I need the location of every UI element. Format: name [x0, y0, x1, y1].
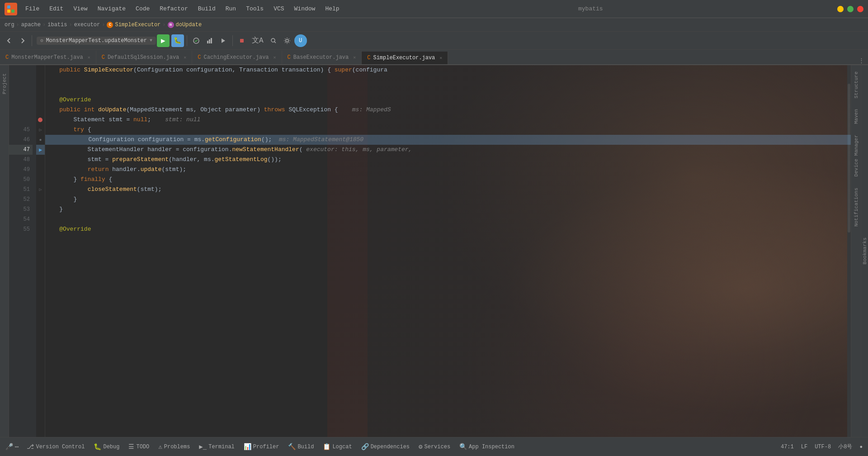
breadcrumb-executor[interactable]: executor — [74, 22, 100, 28]
breadcrumb-class[interactable]: SimpleExecutor — [115, 22, 160, 28]
structure-panel-label[interactable]: Structure — [853, 68, 860, 102]
search-button[interactable] — [267, 36, 280, 46]
avatar-button[interactable]: U — [294, 34, 307, 47]
breadcrumb-ibatis[interactable]: ibatis — [47, 22, 67, 28]
menu-view[interactable]: View — [69, 4, 92, 14]
dependencies-tab[interactable]: 🔗 Dependencies — [357, 441, 414, 452]
breadcrumb: org › apache › ibatis › executor › C Sim… — [0, 18, 868, 32]
project-panel-label[interactable]: Project — [1, 70, 8, 98]
breakpoint-small[interactable]: ● — [39, 138, 42, 142]
menu-window[interactable]: Window — [290, 4, 320, 14]
debug-button[interactable]: 🐛 — [171, 34, 184, 47]
svg-rect-1 — [11, 5, 14, 9]
todo-tab[interactable]: ☰ TODO — [124, 441, 154, 452]
code-line-52: closeStatement(stmt); — [45, 185, 851, 195]
breadcrumb-apache[interactable]: apache — [21, 22, 41, 28]
menu-edit[interactable]: Edit — [45, 4, 68, 14]
build-tab[interactable]: 🔨 Build — [283, 441, 318, 452]
coverage-button[interactable] — [190, 36, 203, 46]
breadcrumb-org[interactable]: org — [5, 22, 14, 28]
minimize-button[interactable]: — — [837, 6, 844, 12]
translate-button[interactable]: 文A — [249, 34, 266, 47]
close-button[interactable]: ✕ — [857, 6, 863, 12]
fold-gutter: ▷ ● ▶ ▷ — [36, 65, 45, 437]
close-tab-caching-executor[interactable]: ✕ — [274, 55, 276, 60]
code-line-45: try { — [45, 125, 851, 135]
menu-navigate[interactable]: Navigate — [93, 4, 130, 14]
cursor-position[interactable]: 47:1 — [777, 442, 797, 452]
breadcrumb-method[interactable]: doUpdate — [176, 22, 202, 28]
device-manager-panel-label[interactable]: Device Manager — [853, 131, 860, 180]
services-tab[interactable]: ⚙ Services — [414, 441, 455, 452]
svg-rect-3 — [11, 10, 14, 13]
menu-build[interactable]: Build — [193, 4, 220, 14]
menu-vcs[interactable]: VCS — [269, 4, 288, 14]
menu-run[interactable]: Run — [221, 4, 241, 14]
more-tabs-button[interactable]: ⋮ — [855, 57, 868, 64]
menu-help[interactable]: Help — [321, 4, 344, 14]
problems-tab[interactable]: ⚠ Problems — [154, 441, 194, 452]
svg-rect-7 — [211, 38, 212, 43]
bug-icon: 🐛 — [94, 443, 101, 451]
menu-tools[interactable]: Tools — [241, 4, 268, 14]
maven-panel-label[interactable]: Maven — [853, 105, 860, 128]
memory-indicator[interactable]: ● — [856, 442, 866, 451]
fold-finally-icon[interactable]: ▷ — [39, 187, 42, 192]
code-line-55 — [45, 214, 851, 224]
bookmarks-label[interactable]: Bookmarks — [862, 238, 868, 264]
back-button[interactable] — [3, 36, 15, 46]
app-logo — [5, 3, 17, 15]
code-line-48: StatementHandler handler = configuration… — [45, 145, 851, 155]
breakpoint-indicator[interactable] — [38, 118, 42, 122]
toolbar-divider — [32, 35, 32, 46]
terminal-tab[interactable]: ▶_ Terminal — [194, 441, 239, 452]
svg-rect-2 — [7, 10, 10, 13]
code-line-39: public SimpleExecutor(Configuration conf… — [45, 65, 851, 75]
tab-caching-executor[interactable]: C CachingExecutor.java ✕ — [192, 51, 282, 64]
mic-section: 🎤 ⋯ — [2, 443, 22, 451]
close-tab-monster-mapper[interactable]: ✕ — [88, 55, 90, 60]
font-size-indicator[interactable]: 小8号 — [835, 441, 856, 452]
close-tab-simple-executor[interactable]: ✕ — [439, 55, 442, 61]
stop-button[interactable] — [236, 36, 248, 46]
mic-icon[interactable]: 🎤 — [5, 443, 13, 451]
status-bar-right: 47:1 LF UTF-8 小8号 ● — [777, 441, 866, 452]
code-line-49: stmt = prepareStatement(handler, ms.getS… — [45, 155, 851, 165]
maximize-button[interactable]: □ — [847, 6, 854, 12]
settings-button[interactable] — [281, 36, 293, 46]
project-sidebar: Project — [0, 65, 9, 437]
tab-base-executor[interactable]: C BaseExecutor.java ✕ — [282, 51, 362, 64]
line-numbers-gutter: 45 46 47 48 49 50 51 52 53 54 55 — [9, 65, 36, 437]
step-build-button[interactable] — [217, 36, 230, 46]
line-ending[interactable]: LF — [797, 442, 811, 452]
run-button[interactable]: ▶ — [157, 34, 170, 47]
tab-simple-executor[interactable]: C SimpleExecutor.java ✕ — [362, 52, 448, 65]
menu-icon[interactable]: ⋯ — [15, 443, 19, 451]
menu-bar: File Edit View Navigate Code Refactor Bu… — [21, 4, 344, 14]
app-inspection-tab[interactable]: 🔍 App Inspection — [455, 441, 519, 452]
menu-refactor[interactable]: Refactor — [155, 4, 192, 14]
inspection-icon: 🔍 — [459, 443, 467, 451]
fold-icon[interactable]: ▷ — [39, 127, 42, 133]
run-config-selector[interactable]: ⚙ MonsterMapperTest.updateMonster ▼ — [37, 37, 156, 45]
code-line-44: Statement stmt = null; stmt: null — [45, 115, 851, 125]
toolbar-divider-2 — [187, 35, 187, 46]
encoding[interactable]: UTF-8 — [811, 442, 835, 452]
debug-tab[interactable]: 🐛 Debug — [89, 441, 124, 452]
profiler-tab[interactable]: 📊 Profiler — [239, 441, 284, 452]
notifications-panel-label[interactable]: Notifications — [853, 184, 860, 230]
code-content: public SimpleExecutor(Configuration conf… — [45, 65, 851, 234]
version-control-tab[interactable]: ⎇ Version Control — [22, 441, 89, 452]
profile-button[interactable] — [203, 36, 216, 46]
code-editor[interactable]: public SimpleExecutor(Configuration conf… — [45, 65, 851, 437]
svg-rect-5 — [207, 41, 208, 43]
tab-default-sql-session[interactable]: C DefaultSqlSession.java ✕ — [96, 51, 193, 64]
forward-button[interactable] — [16, 36, 29, 46]
tab-monster-mapper[interactable]: C MonsterMapperTest.java ✕ — [0, 51, 96, 64]
logcat-tab[interactable]: 📋 Logcat — [318, 441, 356, 452]
menu-code[interactable]: Code — [131, 4, 154, 14]
todo-icon: ☰ — [128, 443, 134, 451]
close-tab-default-sql[interactable]: ✕ — [184, 55, 186, 60]
menu-file[interactable]: File — [21, 4, 44, 14]
close-tab-base-executor[interactable]: ✕ — [353, 55, 356, 60]
